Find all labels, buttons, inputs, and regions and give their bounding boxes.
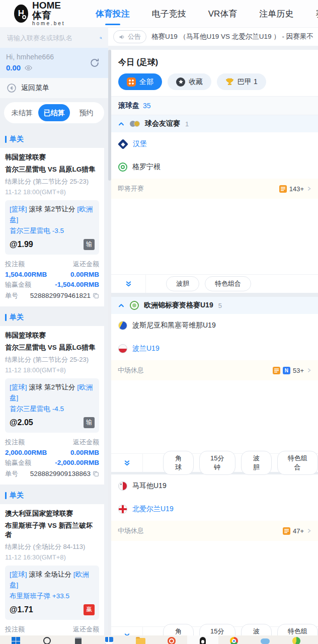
team-row-away[interactable]: 北爱尔兰U19 <box>111 498 318 521</box>
collapse-markets-toggle[interactable] <box>111 275 146 293</box>
odds-area-empty <box>111 199 318 274</box>
filter-label: 全部 <box>139 77 153 87</box>
group-header-friendly[interactable]: 球会友谊赛 1 <box>111 115 318 132</box>
refund-label: 返还金额 <box>73 260 99 269</box>
nav-sports-betting[interactable]: 体育投注 <box>96 8 130 20</box>
search-icon[interactable] <box>100 34 102 42</box>
correct-score-button[interactable]: 波胆 <box>241 451 272 475</box>
search-input[interactable] <box>6 34 97 42</box>
taskbar-window-app-icon[interactable] <box>94 635 125 644</box>
taskbar-qq-icon[interactable] <box>187 635 218 644</box>
bet-market-name: 滚球 第2节让分 <box>29 383 75 391</box>
user-card: Hi, hmhehe666 0.00 <box>0 48 108 78</box>
record-score: 结果比分 (全场比分 84-113) <box>5 542 99 551</box>
taskbar-start-button[interactable] <box>0 635 31 644</box>
odds-board-icon <box>279 185 287 193</box>
nav-vr-sports[interactable]: VR体育 <box>208 8 237 20</box>
refresh-balance-icon[interactable] <box>89 57 100 68</box>
match-status: 即将开赛 <box>118 184 144 193</box>
team-row-away[interactable]: 波兰U19 <box>111 337 318 360</box>
bet-record: 单关 澳大利亚国家篮球联赛 布里斯班子弹 VS 新西兰破坏者 结果比分 (全场比… <box>0 485 104 644</box>
taskbar-green-app-icon[interactable] <box>281 635 312 644</box>
record-type-label: 单关 <box>10 313 24 322</box>
tab-reserved[interactable]: 预约 <box>70 104 102 121</box>
bet-market-name: 滚球 全场让分 <box>29 571 71 578</box>
markets-count-link[interactable]: 143+ <box>279 185 311 193</box>
special-combo-button[interactable]: 特色组合 <box>277 451 318 475</box>
min15-button[interactable]: 15分钟 <box>199 451 235 475</box>
record-card: 韩国篮球联赛 首尔三星雷电 VS 昌原LG猎隼 结果比分 (第二节比分 25-2… <box>0 326 104 485</box>
tab-settled[interactable]: 已结算 <box>38 104 70 121</box>
markets-count: 53+ <box>293 367 304 374</box>
brand-logo[interactable]: H HOME体育 home.bet <box>14 1 69 27</box>
star-icon <box>176 77 185 87</box>
bet-sport-tag: [篮球] <box>10 383 27 391</box>
filter-label: 收藏 <box>189 77 203 87</box>
copy-icon[interactable] <box>93 470 99 477</box>
eye-icon[interactable] <box>25 65 32 71</box>
refund-label: 返还金额 <box>73 438 99 447</box>
team-row-home[interactable]: 汉堡 <box>111 132 318 155</box>
special-combo-button[interactable]: 特色组合 <box>205 276 251 291</box>
nav-esports[interactable]: 电子竞技 <box>152 8 186 20</box>
record-score: 结果比分 (第二节比分 25-23) <box>5 177 99 186</box>
nav-results[interactable]: 赛果 <box>315 8 318 20</box>
team-row-home[interactable]: 波斯尼亚和黑塞哥维那U19 <box>111 314 318 337</box>
flag-bosnia-icon <box>118 321 127 330</box>
winloss-value: -1,504.00RMB <box>55 281 99 288</box>
group-header-euro-u19[interactable]: 欧洲锦标赛资格赛U19 5 <box>111 297 318 314</box>
record-time: 11-12 18:00(GMT+8) <box>5 188 99 196</box>
filter-favorites[interactable]: 收藏 <box>168 73 211 90</box>
back-arrow-icon <box>7 83 17 93</box>
bet-pick: 首尔三星雷电 -4.5 <box>10 405 95 414</box>
stake-label: 投注额 <box>5 438 25 447</box>
windows-taskbar <box>0 635 318 644</box>
filter-league-baja[interactable]: 巴甲 1 <box>217 73 266 90</box>
order-number: 5288829979461821 <box>30 292 91 299</box>
record-time: 11-12 16:30(GMT+8) <box>5 553 99 561</box>
matches-panel: 今日 (足球) 全部 收藏 巴甲 1 <box>108 50 318 644</box>
nav-bet-history[interactable]: 注单历史 <box>259 8 293 20</box>
match-card: 马耳他U19 北爱尔兰U19 中场休息 47+ <box>111 474 318 644</box>
filter-all[interactable]: 全部 <box>118 73 162 90</box>
record-time: 11-12 18:00(GMT+8) <box>5 366 99 374</box>
result-badge: 输 <box>84 417 95 428</box>
taskbar-chrome-icon[interactable] <box>218 635 250 644</box>
back-to-menu[interactable]: 返回菜单 <box>0 78 108 98</box>
taskbar-cloud-app-icon[interactable] <box>250 635 281 644</box>
taskbar-app-orange-icon[interactable] <box>156 635 187 644</box>
team-row-home[interactable]: 马耳他U19 <box>111 474 318 498</box>
bet-odds: @1.99 <box>10 240 33 249</box>
brand-title: HOME体育 <box>32 1 69 21</box>
taskbar-search-icon[interactable] <box>31 635 62 644</box>
markets-count-link[interactable]: 47+ <box>283 527 311 535</box>
team-name: 马耳他U19 <box>132 481 167 491</box>
markets-count-link[interactable]: N 53+ <box>273 367 311 374</box>
announcement-bar: 公告 格赛U19 （马耳他U19 VS 北爱尔兰U19 ） - 因赛果不明确，赛… <box>108 28 318 46</box>
corner-button[interactable]: 角球 <box>163 451 194 475</box>
bet-record: 单关 韩国篮球联赛 首尔三星雷电 VS 昌原LG猎隼 结果比分 (第二节比分 2… <box>0 128 104 306</box>
team-name: 北爱尔兰U19 <box>132 505 174 514</box>
record-type-header: 单关 <box>0 306 104 326</box>
bet-record: 单关 韩国篮球联赛 首尔三星雷电 VS 昌原LG猎隼 结果比分 (第二节比分 2… <box>0 306 104 485</box>
tab-unsettled[interactable]: 未结算 <box>6 104 38 121</box>
team-row-away[interactable]: 格罗宁根 <box>111 155 318 179</box>
scrollbar-thumb[interactable] <box>108 50 111 181</box>
stake-value: 1,504.00RMB <box>5 271 47 278</box>
taskbar-file-explorer-icon[interactable] <box>125 635 156 644</box>
live-markets-row[interactable]: 滚球盘 35 <box>111 97 318 115</box>
order-number: 5288829909138863 <box>30 470 91 477</box>
uefa-competition-icon <box>130 301 139 310</box>
bet-selection-box: [篮球] 滚球 第2节让分 [欧洲盘] 首尔三星雷电 -4.5 @2.05输 <box>5 378 99 433</box>
order-label: 单号 <box>5 469 18 478</box>
live-count: 35 <box>143 102 151 110</box>
copy-icon[interactable] <box>93 292 99 299</box>
collapse-markets-toggle[interactable] <box>111 454 143 472</box>
announcement-badge-label: 公告 <box>128 32 141 41</box>
group-name: 球会友谊赛 <box>145 119 180 128</box>
taskbar-app-icon[interactable] <box>62 635 94 644</box>
correct-score-button[interactable]: 波胆 <box>166 276 199 291</box>
chevron-right-icon <box>306 528 311 534</box>
result-badge: 赢 <box>84 604 95 615</box>
refund-value: 0.00RMB <box>70 271 99 278</box>
